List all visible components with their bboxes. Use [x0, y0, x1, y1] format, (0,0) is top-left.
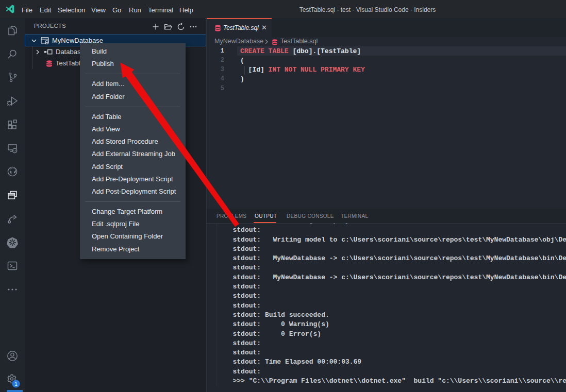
svg-text:1: 1	[14, 381, 18, 386]
